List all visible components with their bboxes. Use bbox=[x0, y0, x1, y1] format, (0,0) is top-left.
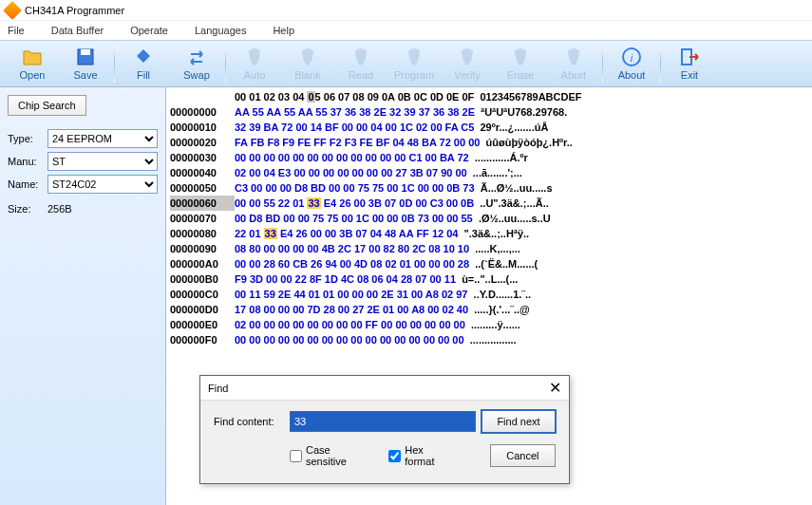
about-button[interactable]: iAbout bbox=[605, 42, 658, 85]
menu-help[interactable]: Help bbox=[273, 25, 294, 36]
menu-operate[interactable]: Operate bbox=[130, 25, 168, 36]
chip-search-button[interactable]: Chip Search bbox=[8, 95, 86, 116]
find-next-button[interactable]: Find next bbox=[482, 410, 556, 433]
hex-format-checkbox[interactable]: Hex format bbox=[388, 444, 448, 467]
app-icon bbox=[3, 1, 22, 20]
case-sensitive-checkbox[interactable]: Case sensitive bbox=[290, 444, 364, 467]
close-icon[interactable]: ✕ bbox=[549, 379, 561, 397]
type-select[interactable]: 24 EEPROM bbox=[47, 129, 158, 148]
menu-languages[interactable]: Languages bbox=[195, 25, 246, 36]
window-title: CH341A Programmer bbox=[25, 5, 124, 16]
size-label: Size: bbox=[8, 203, 44, 215]
find-content-input[interactable] bbox=[290, 411, 476, 432]
save-button[interactable]: Save bbox=[59, 42, 112, 85]
open-button[interactable]: Open bbox=[6, 42, 59, 85]
find-content-label: Find content: bbox=[214, 416, 284, 427]
svg-rect-1 bbox=[81, 49, 90, 55]
manu-select[interactable]: ST bbox=[47, 152, 158, 171]
find-dialog: Find ✕ Find content: Find next Case sens… bbox=[199, 375, 570, 484]
side-panel: Chip Search Type: 24 EEPROM Manu: ST Nam… bbox=[0, 87, 166, 505]
cancel-button[interactable]: Cancel bbox=[490, 444, 556, 467]
manu-label: Manu: bbox=[8, 156, 44, 167]
size-value: 256B bbox=[47, 203, 72, 215]
erase-button: Erase bbox=[494, 42, 547, 85]
program-button: Program bbox=[387, 42, 441, 85]
read-button: Read bbox=[334, 42, 387, 85]
exit-button[interactable]: Exit bbox=[663, 42, 716, 85]
name-select[interactable]: ST24C02 bbox=[47, 175, 158, 194]
name-label: Name: bbox=[8, 178, 44, 190]
menu-file[interactable]: File bbox=[8, 25, 25, 36]
menu-data-buffer[interactable]: Data Buffer bbox=[51, 25, 104, 36]
verify-button: Verify bbox=[441, 42, 494, 85]
fill-button[interactable]: Fill bbox=[117, 42, 170, 85]
title-bar: CH341A Programmer bbox=[0, 0, 812, 21]
type-label: Type: bbox=[8, 133, 44, 144]
swap-button[interactable]: Swap bbox=[170, 42, 223, 85]
abort-button: Abort bbox=[547, 42, 600, 85]
blank-button: Blank bbox=[281, 42, 334, 85]
auto-button: Auto bbox=[228, 42, 281, 85]
find-title: Find bbox=[208, 383, 228, 394]
svg-text:i: i bbox=[631, 52, 633, 64]
toolbar: OpenSaveFillSwapAutoBlankReadProgramVeri… bbox=[0, 40, 812, 87]
menu-bar: FileData BufferOperateLanguagesHelp bbox=[0, 21, 812, 40]
